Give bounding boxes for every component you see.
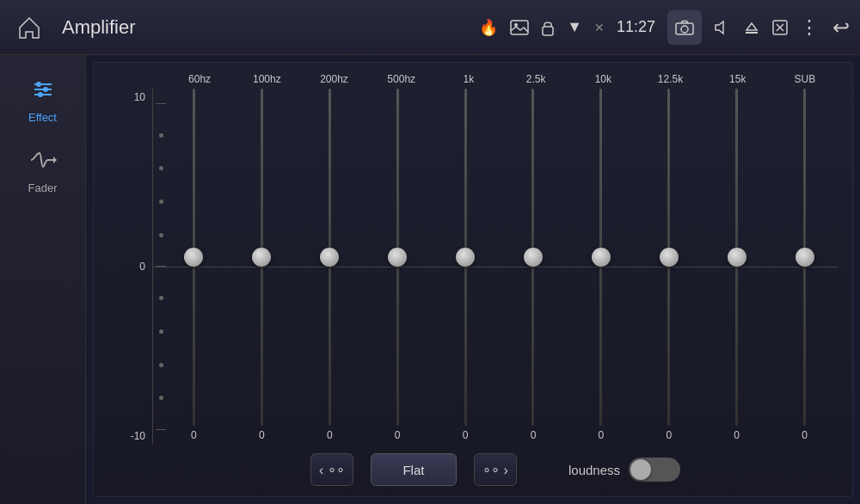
slider-value-8: 0 xyxy=(734,426,740,445)
ylabel-mid: 0 xyxy=(139,261,145,272)
slider-track-line-9 xyxy=(803,89,806,426)
slider-track-line-7 xyxy=(667,89,670,426)
slider-col-5: 0 xyxy=(500,89,568,445)
slider-thumb-3[interactable] xyxy=(388,248,407,267)
slider-track-2[interactable] xyxy=(296,89,364,426)
slider-col-6: 0 xyxy=(567,89,635,445)
slider-track-1[interactable] xyxy=(228,89,296,426)
eq-main: 10 0 -10 xyxy=(108,89,838,445)
clock: 11:27 xyxy=(617,18,655,36)
slider-thumb-5[interactable] xyxy=(524,248,543,267)
eq-yaxis: 10 0 -10 xyxy=(108,89,152,445)
slider-thumb-1[interactable] xyxy=(252,248,271,267)
slider-thumb-2[interactable] xyxy=(320,248,339,267)
svg-rect-5 xyxy=(746,32,758,34)
eject-icon xyxy=(743,20,760,35)
svg-marker-15 xyxy=(53,157,57,163)
slider-thumb-4[interactable] xyxy=(456,248,475,267)
freq-label-3: 500hz xyxy=(368,73,435,85)
home-button[interactable] xyxy=(10,9,48,46)
loudness-section: loudness xyxy=(568,458,680,482)
freq-label-0: 60hz xyxy=(166,73,233,85)
slider-track-line-6 xyxy=(599,89,602,426)
slider-col-1: 0 xyxy=(228,89,296,445)
flat-button[interactable]: Flat xyxy=(371,453,457,486)
slider-track-line-3 xyxy=(396,89,399,426)
slider-track-0[interactable] xyxy=(160,89,228,426)
topbar-icons: 🔥 ▼ ✕ 11:27 ⋮ xyxy=(479,10,819,45)
loudness-label: loudness xyxy=(568,463,620,477)
wifi-icon: ▼ xyxy=(567,18,582,36)
eq-panel: 60hz 100hz 200hz 500hz 1k 2.5k 10k 12.5k… xyxy=(93,62,853,497)
freq-label-5: 2.5k xyxy=(502,73,569,85)
freq-label-9: SUB xyxy=(771,73,838,85)
freq-label-1: 100hz xyxy=(233,73,300,85)
slider-value-4: 0 xyxy=(463,426,469,445)
slider-value-3: 0 xyxy=(395,426,401,445)
ylabel-bottom: -10 xyxy=(131,431,145,445)
freq-labels: 60hz 100hz 200hz 500hz 1k 2.5k 10k 12.5k… xyxy=(152,73,838,85)
slider-track-5[interactable] xyxy=(500,89,568,426)
eq-sliders: 0 0 0 xyxy=(152,89,838,445)
svg-point-12 xyxy=(36,82,41,87)
fader-icon xyxy=(29,148,57,178)
slider-value-5: 0 xyxy=(531,426,537,445)
page-title: Amplifier xyxy=(62,16,465,39)
slider-thumb-0[interactable] xyxy=(184,248,203,267)
flame-icon: 🔥 xyxy=(479,18,498,37)
slider-track-9[interactable] xyxy=(771,89,838,426)
freq-label-8: 15k xyxy=(704,73,771,85)
sidebar-item-effect[interactable]: Effect xyxy=(9,69,77,132)
freq-label-4: 1k xyxy=(435,73,502,85)
topbar: Amplifier 🔥 ▼ ✕ 11:27 ⋮ ↩ xyxy=(0,0,860,55)
slider-col-0: 0 xyxy=(153,89,228,445)
camera-button[interactable] xyxy=(667,10,702,45)
slider-track-line-8 xyxy=(735,89,738,426)
slider-track-line-5 xyxy=(531,89,534,426)
slider-col-8: 0 xyxy=(703,89,771,445)
flat-label: Flat xyxy=(402,463,424,477)
slider-value-9: 0 xyxy=(802,426,808,445)
slider-thumb-9[interactable] xyxy=(796,248,814,267)
slider-track-line-4 xyxy=(464,89,467,426)
loudness-toggle[interactable] xyxy=(629,458,680,482)
slider-track-line-0 xyxy=(193,89,195,426)
slider-track-8[interactable] xyxy=(703,89,771,426)
svg-rect-2 xyxy=(543,27,553,35)
more-icon[interactable]: ⋮ xyxy=(800,16,819,39)
next-icon: ∘∘ › xyxy=(482,462,508,478)
fader-label: Fader xyxy=(28,181,58,194)
svg-point-14 xyxy=(38,92,43,97)
sidebar: Effect Fader xyxy=(0,55,86,504)
slider-track-3[interactable] xyxy=(364,89,432,426)
freq-label-7: 12.5k xyxy=(636,73,703,85)
slider-track-6[interactable] xyxy=(567,89,635,426)
slider-col-3: 0 xyxy=(364,89,432,445)
slider-track-7[interactable] xyxy=(635,89,703,426)
toggle-knob xyxy=(630,459,651,480)
slider-col-9: 0 xyxy=(771,89,838,445)
slider-thumb-8[interactable] xyxy=(728,248,746,267)
svg-point-13 xyxy=(43,87,48,92)
slider-thumb-7[interactable] xyxy=(660,248,679,267)
next-preset-button[interactable]: ∘∘ › xyxy=(474,453,517,486)
ylabel-top: 10 xyxy=(134,89,145,102)
close-icon xyxy=(772,20,788,35)
slider-track-line-1 xyxy=(261,89,263,426)
slider-value-2: 0 xyxy=(327,426,333,445)
svg-point-4 xyxy=(681,26,688,33)
prev-icon: ‹ ∘∘ xyxy=(319,462,345,478)
slider-value-0: 0 xyxy=(191,426,197,445)
svg-rect-0 xyxy=(511,21,528,34)
prev-preset-button[interactable]: ‹ ∘∘ xyxy=(310,453,353,486)
sidebar-item-fader[interactable]: Fader xyxy=(9,139,77,203)
slider-track-4[interactable] xyxy=(432,89,500,426)
eq-bottom-controls: ‹ ∘∘ Flat ∘∘ › loudness xyxy=(152,445,838,489)
back-button[interactable]: ↩ xyxy=(832,15,850,40)
image-icon xyxy=(510,20,529,35)
lock-icon xyxy=(541,19,555,36)
volume-icon xyxy=(714,20,731,35)
slider-value-6: 0 xyxy=(599,426,605,445)
slider-col-2: 0 xyxy=(296,89,364,445)
slider-thumb-6[interactable] xyxy=(592,248,611,267)
